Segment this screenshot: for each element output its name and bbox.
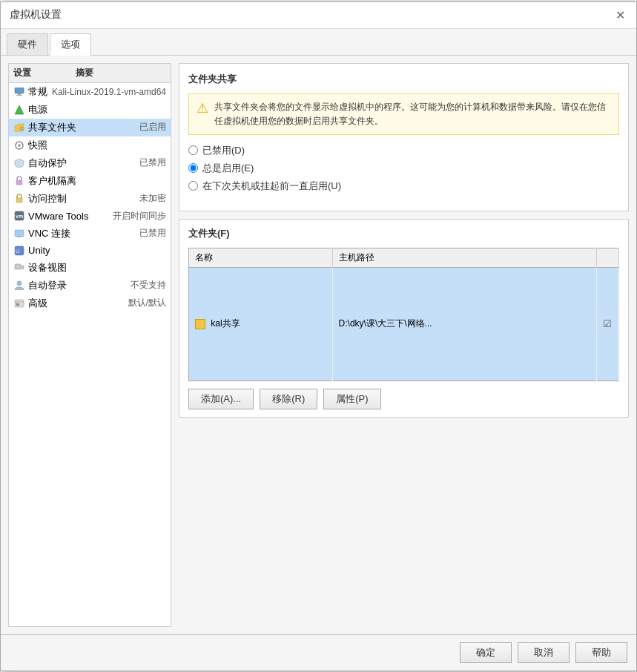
folder-table: 名称 主机路径 kal共享 D:\dky\课\大三下\网络... xyxy=(188,248,619,381)
svg-rect-9 xyxy=(16,180,22,185)
dialog-title: 虚拟机设置 xyxy=(10,8,62,22)
sidebar-item-auto-login[interactable]: 自动登录 不受支持 xyxy=(9,277,171,294)
vnc-value: 已禁用 xyxy=(139,227,166,240)
svg-rect-1 xyxy=(18,93,21,95)
folder-name-cell: kal共享 xyxy=(189,267,333,381)
sidebar-item-auto-protect[interactable]: 自动保护 已禁用 xyxy=(9,154,171,172)
snapshot-icon xyxy=(13,139,25,151)
svg-rect-0 xyxy=(15,88,24,93)
access-control-value: 未加密 xyxy=(139,192,166,205)
auto-login-icon xyxy=(13,280,25,291)
tab-bar: 硬件 选项 xyxy=(1,29,636,56)
main-content: 设置 摘要 常规 Kali-Linux-2019.1-vm-amd64 电源 xyxy=(1,56,636,634)
radio-disabled[interactable]: 已禁用(D) xyxy=(188,144,619,157)
sidebar-item-access-control[interactable]: 访问控制 未加密 xyxy=(9,190,171,208)
power-icon xyxy=(13,104,25,116)
radio-disabled-label: 已禁用(D) xyxy=(202,144,245,157)
advanced-icon xyxy=(13,297,25,309)
sidebar-item-device-view[interactable]: 设备视图 xyxy=(9,259,171,277)
vnc-icon xyxy=(13,228,25,240)
vmware-tools-icon: vm xyxy=(13,210,25,222)
radio-always[interactable]: 总是启用(E) xyxy=(188,162,619,175)
virtual-machine-settings-dialog: 虚拟机设置 ✕ 硬件 选项 设置 摘要 常规 Kali-Linux-2019.1… xyxy=(0,1,637,671)
folder-section-title: 文件夹(F) xyxy=(188,227,619,240)
right-panel: 文件夹共享 ⚠ 共享文件夹会将您的文件显示给虚拟机中的程序。这可能为您的计算机和… xyxy=(179,63,629,627)
svg-rect-2 xyxy=(16,95,22,96)
col-path: 主机路径 xyxy=(332,248,596,267)
shared-folders-label: 共享文件夹 xyxy=(28,121,136,134)
auto-protect-value: 已禁用 xyxy=(139,157,166,169)
auto-login-value: 不受支持 xyxy=(131,279,166,291)
radio-until-off[interactable]: 在下次关机或挂起前一直启用(U) xyxy=(188,179,619,193)
folder-name: kal共享 xyxy=(211,318,240,329)
svg-rect-13 xyxy=(15,230,24,237)
warning-text: 共享文件夹会将您的文件显示给虚拟机中的程序。这可能为您的计算机和数据带来风险。请… xyxy=(214,100,611,128)
auto-login-label: 自动登录 xyxy=(28,279,128,292)
auto-protect-label: 自动保护 xyxy=(28,157,136,170)
folder-enabled-cell: ☑ xyxy=(597,267,619,381)
sidebar-item-snapshot[interactable]: 快照 xyxy=(9,136,171,154)
sidebar-item-general[interactable]: 常规 Kali-Linux-2019.1-vm-amd64 xyxy=(9,83,171,101)
svg-point-19 xyxy=(17,281,22,286)
auto-protect-icon xyxy=(13,157,25,169)
snapshot-label: 快照 xyxy=(28,139,163,152)
radio-until-off-input[interactable] xyxy=(188,181,198,191)
unity-label: Unity xyxy=(28,245,163,256)
settings-list: 设置 摘要 常规 Kali-Linux-2019.1-vm-amd64 电源 xyxy=(8,63,171,627)
shared-folder-icon xyxy=(13,122,25,134)
header-settings: 设置 xyxy=(13,67,31,79)
header-summary: 摘要 xyxy=(76,67,93,79)
advanced-label: 高级 xyxy=(28,297,125,310)
monitor-icon xyxy=(13,86,25,98)
device-view-label: 设备视图 xyxy=(28,261,163,274)
share-section: 文件夹共享 ⚠ 共享文件夹会将您的文件显示给虚拟机中的程序。这可能为您的计算机和… xyxy=(179,63,629,211)
svg-rect-17 xyxy=(15,264,21,269)
table-row[interactable]: kal共享 D:\dky\课\大三下\网络... ☑ xyxy=(189,267,619,381)
ok-button[interactable]: 确定 xyxy=(460,642,512,663)
svg-rect-18 xyxy=(22,266,24,269)
list-header: 设置 摘要 xyxy=(9,64,171,83)
radio-always-input[interactable] xyxy=(188,163,198,173)
svg-marker-3 xyxy=(15,105,24,114)
footer: 确定 取消 帮助 xyxy=(1,634,636,671)
shared-folders-value: 已启用 xyxy=(139,121,166,134)
remove-folder-button[interactable]: 移除(R) xyxy=(260,389,317,409)
sidebar-item-guest-isolation[interactable]: 客户机隔离 xyxy=(9,172,171,190)
guest-isolation-icon xyxy=(13,175,25,187)
share-section-title: 文件夹共享 xyxy=(188,73,619,86)
folder-path-cell: D:\dky\课\大三下\网络... xyxy=(332,267,596,381)
sidebar-item-shared-folders[interactable]: 共享文件夹 已启用 xyxy=(9,119,171,136)
tab-options[interactable]: 选项 xyxy=(50,33,91,56)
vmware-tools-value: 开启时间同步 xyxy=(113,210,166,223)
close-button[interactable]: ✕ xyxy=(613,7,627,22)
folder-buttons: 添加(A)... 移除(R) 属性(P) xyxy=(188,389,619,409)
vmware-tools-label: VMware Tools xyxy=(28,211,110,222)
folder-properties-button[interactable]: 属性(P) xyxy=(323,389,380,409)
sidebar-item-advanced[interactable]: 高级 默认/默认 xyxy=(9,294,171,312)
svg-rect-14 xyxy=(17,237,22,237)
help-button[interactable]: 帮助 xyxy=(575,642,627,663)
svg-rect-10 xyxy=(16,198,22,202)
title-bar: 虚拟机设置 ✕ xyxy=(1,2,636,29)
warning-icon: ⚠ xyxy=(197,100,208,128)
sidebar-item-power[interactable]: 电源 xyxy=(9,101,171,119)
sidebar-item-vmware-tools[interactable]: vm VMware Tools 开启时间同步 xyxy=(9,208,171,225)
radio-disabled-input[interactable] xyxy=(188,145,198,155)
add-folder-button[interactable]: 添加(A)... xyxy=(188,389,254,409)
unity-icon: U xyxy=(13,245,25,257)
sidebar-item-unity[interactable]: U Unity xyxy=(9,243,171,259)
access-control-label: 访问控制 xyxy=(28,192,136,205)
cancel-button[interactable]: 取消 xyxy=(518,642,570,663)
tab-hardware[interactable]: 硬件 xyxy=(7,33,48,55)
radio-group: 已禁用(D) 总是启用(E) 在下次关机或挂起前一直启用(U) xyxy=(188,144,619,193)
sidebar-item-vnc[interactable]: VNC 连接 已禁用 xyxy=(9,225,171,243)
folder-row-icon xyxy=(195,319,205,329)
radio-until-off-label: 在下次关机或挂起前一直启用(U) xyxy=(202,179,341,193)
device-view-icon xyxy=(13,262,25,274)
col-name: 名称 xyxy=(189,248,333,267)
folder-enabled-check: ☑ xyxy=(603,318,612,329)
svg-text:U: U xyxy=(16,248,19,254)
svg-point-8 xyxy=(18,144,21,147)
general-label: 常规 xyxy=(28,85,49,99)
general-value: Kali-Linux-2019.1-vm-amd64 xyxy=(52,87,166,97)
